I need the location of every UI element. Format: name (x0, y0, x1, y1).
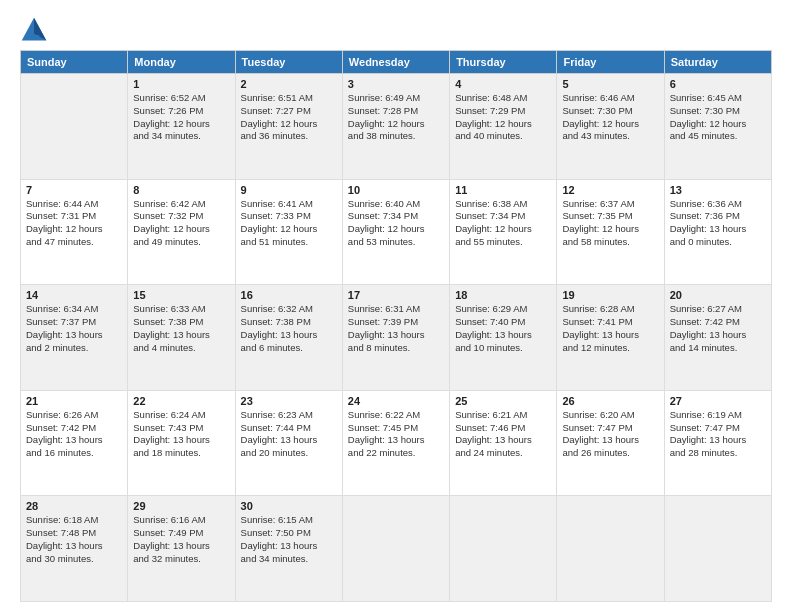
calendar-cell: 30Sunrise: 6:15 AMSunset: 7:50 PMDayligh… (235, 496, 342, 602)
calendar-cell: 25Sunrise: 6:21 AMSunset: 7:46 PMDayligh… (450, 390, 557, 496)
calendar-cell: 29Sunrise: 6:16 AMSunset: 7:49 PMDayligh… (128, 496, 235, 602)
day-number: 24 (348, 395, 444, 407)
logo-icon (20, 16, 48, 44)
calendar-cell: 20Sunrise: 6:27 AMSunset: 7:42 PMDayligh… (664, 285, 771, 391)
day-number: 14 (26, 289, 122, 301)
day-number: 27 (670, 395, 766, 407)
day-info: Sunrise: 6:33 AMSunset: 7:38 PMDaylight:… (133, 303, 229, 354)
header (20, 16, 772, 44)
calendar-cell (342, 496, 449, 602)
page: SundayMondayTuesdayWednesdayThursdayFrid… (0, 0, 792, 612)
weekday-header-tuesday: Tuesday (235, 51, 342, 74)
day-number: 13 (670, 184, 766, 196)
calendar-week-row: 14Sunrise: 6:34 AMSunset: 7:37 PMDayligh… (21, 285, 772, 391)
day-info: Sunrise: 6:45 AMSunset: 7:30 PMDaylight:… (670, 92, 766, 143)
calendar-cell: 19Sunrise: 6:28 AMSunset: 7:41 PMDayligh… (557, 285, 664, 391)
weekday-header-wednesday: Wednesday (342, 51, 449, 74)
day-info: Sunrise: 6:49 AMSunset: 7:28 PMDaylight:… (348, 92, 444, 143)
calendar-week-row: 7Sunrise: 6:44 AMSunset: 7:31 PMDaylight… (21, 179, 772, 285)
day-info: Sunrise: 6:31 AMSunset: 7:39 PMDaylight:… (348, 303, 444, 354)
day-number: 10 (348, 184, 444, 196)
day-number: 11 (455, 184, 551, 196)
day-info: Sunrise: 6:46 AMSunset: 7:30 PMDaylight:… (562, 92, 658, 143)
calendar-cell: 13Sunrise: 6:36 AMSunset: 7:36 PMDayligh… (664, 179, 771, 285)
day-info: Sunrise: 6:19 AMSunset: 7:47 PMDaylight:… (670, 409, 766, 460)
calendar-cell: 3Sunrise: 6:49 AMSunset: 7:28 PMDaylight… (342, 74, 449, 180)
calendar-cell: 27Sunrise: 6:19 AMSunset: 7:47 PMDayligh… (664, 390, 771, 496)
day-number: 17 (348, 289, 444, 301)
calendar-cell: 4Sunrise: 6:48 AMSunset: 7:29 PMDaylight… (450, 74, 557, 180)
calendar-cell: 28Sunrise: 6:18 AMSunset: 7:48 PMDayligh… (21, 496, 128, 602)
day-info: Sunrise: 6:52 AMSunset: 7:26 PMDaylight:… (133, 92, 229, 143)
day-info: Sunrise: 6:28 AMSunset: 7:41 PMDaylight:… (562, 303, 658, 354)
day-info: Sunrise: 6:27 AMSunset: 7:42 PMDaylight:… (670, 303, 766, 354)
calendar-week-row: 1Sunrise: 6:52 AMSunset: 7:26 PMDaylight… (21, 74, 772, 180)
calendar-cell: 24Sunrise: 6:22 AMSunset: 7:45 PMDayligh… (342, 390, 449, 496)
day-info: Sunrise: 6:32 AMSunset: 7:38 PMDaylight:… (241, 303, 337, 354)
day-number: 26 (562, 395, 658, 407)
day-info: Sunrise: 6:38 AMSunset: 7:34 PMDaylight:… (455, 198, 551, 249)
day-number: 4 (455, 78, 551, 90)
day-number: 7 (26, 184, 122, 196)
day-info: Sunrise: 6:36 AMSunset: 7:36 PMDaylight:… (670, 198, 766, 249)
day-info: Sunrise: 6:24 AMSunset: 7:43 PMDaylight:… (133, 409, 229, 460)
day-info: Sunrise: 6:40 AMSunset: 7:34 PMDaylight:… (348, 198, 444, 249)
day-info: Sunrise: 6:44 AMSunset: 7:31 PMDaylight:… (26, 198, 122, 249)
calendar-cell: 12Sunrise: 6:37 AMSunset: 7:35 PMDayligh… (557, 179, 664, 285)
calendar-cell: 22Sunrise: 6:24 AMSunset: 7:43 PMDayligh… (128, 390, 235, 496)
day-info: Sunrise: 6:37 AMSunset: 7:35 PMDaylight:… (562, 198, 658, 249)
calendar-cell: 15Sunrise: 6:33 AMSunset: 7:38 PMDayligh… (128, 285, 235, 391)
weekday-header-row: SundayMondayTuesdayWednesdayThursdayFrid… (21, 51, 772, 74)
calendar-table: SundayMondayTuesdayWednesdayThursdayFrid… (20, 50, 772, 602)
day-info: Sunrise: 6:23 AMSunset: 7:44 PMDaylight:… (241, 409, 337, 460)
calendar-cell: 16Sunrise: 6:32 AMSunset: 7:38 PMDayligh… (235, 285, 342, 391)
calendar-cell: 10Sunrise: 6:40 AMSunset: 7:34 PMDayligh… (342, 179, 449, 285)
weekday-header-sunday: Sunday (21, 51, 128, 74)
calendar-cell (557, 496, 664, 602)
calendar-cell: 2Sunrise: 6:51 AMSunset: 7:27 PMDaylight… (235, 74, 342, 180)
day-number: 19 (562, 289, 658, 301)
day-info: Sunrise: 6:18 AMSunset: 7:48 PMDaylight:… (26, 514, 122, 565)
day-info: Sunrise: 6:41 AMSunset: 7:33 PMDaylight:… (241, 198, 337, 249)
day-number: 2 (241, 78, 337, 90)
calendar-cell (664, 496, 771, 602)
calendar-cell: 11Sunrise: 6:38 AMSunset: 7:34 PMDayligh… (450, 179, 557, 285)
day-number: 15 (133, 289, 229, 301)
calendar-cell: 5Sunrise: 6:46 AMSunset: 7:30 PMDaylight… (557, 74, 664, 180)
calendar-cell: 14Sunrise: 6:34 AMSunset: 7:37 PMDayligh… (21, 285, 128, 391)
day-info: Sunrise: 6:21 AMSunset: 7:46 PMDaylight:… (455, 409, 551, 460)
day-info: Sunrise: 6:22 AMSunset: 7:45 PMDaylight:… (348, 409, 444, 460)
day-info: Sunrise: 6:51 AMSunset: 7:27 PMDaylight:… (241, 92, 337, 143)
day-number: 28 (26, 500, 122, 512)
calendar-cell: 21Sunrise: 6:26 AMSunset: 7:42 PMDayligh… (21, 390, 128, 496)
day-number: 21 (26, 395, 122, 407)
weekday-header-thursday: Thursday (450, 51, 557, 74)
day-number: 3 (348, 78, 444, 90)
calendar-cell: 23Sunrise: 6:23 AMSunset: 7:44 PMDayligh… (235, 390, 342, 496)
calendar-cell: 17Sunrise: 6:31 AMSunset: 7:39 PMDayligh… (342, 285, 449, 391)
day-number: 12 (562, 184, 658, 196)
day-number: 6 (670, 78, 766, 90)
day-info: Sunrise: 6:20 AMSunset: 7:47 PMDaylight:… (562, 409, 658, 460)
calendar-cell (450, 496, 557, 602)
day-number: 30 (241, 500, 337, 512)
day-number: 9 (241, 184, 337, 196)
calendar-cell: 18Sunrise: 6:29 AMSunset: 7:40 PMDayligh… (450, 285, 557, 391)
day-number: 29 (133, 500, 229, 512)
calendar-week-row: 28Sunrise: 6:18 AMSunset: 7:48 PMDayligh… (21, 496, 772, 602)
day-info: Sunrise: 6:15 AMSunset: 7:50 PMDaylight:… (241, 514, 337, 565)
weekday-header-friday: Friday (557, 51, 664, 74)
calendar-cell (21, 74, 128, 180)
day-info: Sunrise: 6:48 AMSunset: 7:29 PMDaylight:… (455, 92, 551, 143)
day-info: Sunrise: 6:16 AMSunset: 7:49 PMDaylight:… (133, 514, 229, 565)
day-info: Sunrise: 6:42 AMSunset: 7:32 PMDaylight:… (133, 198, 229, 249)
day-number: 23 (241, 395, 337, 407)
calendar-cell: 1Sunrise: 6:52 AMSunset: 7:26 PMDaylight… (128, 74, 235, 180)
day-number: 1 (133, 78, 229, 90)
weekday-header-saturday: Saturday (664, 51, 771, 74)
day-number: 5 (562, 78, 658, 90)
day-info: Sunrise: 6:26 AMSunset: 7:42 PMDaylight:… (26, 409, 122, 460)
calendar-cell: 8Sunrise: 6:42 AMSunset: 7:32 PMDaylight… (128, 179, 235, 285)
calendar-cell: 9Sunrise: 6:41 AMSunset: 7:33 PMDaylight… (235, 179, 342, 285)
day-number: 25 (455, 395, 551, 407)
